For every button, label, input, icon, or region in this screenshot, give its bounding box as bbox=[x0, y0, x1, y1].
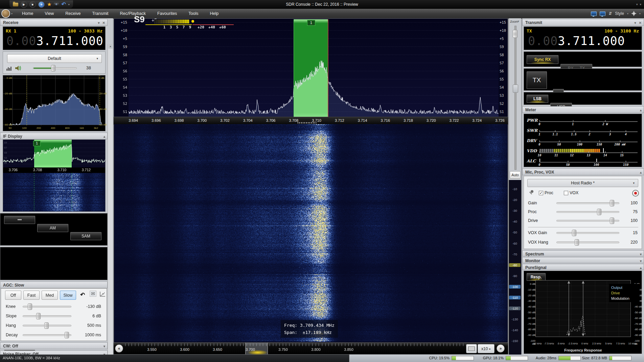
nav-label-3.800[interactable]: 3.800 bbox=[311, 347, 321, 352]
range-label--150[interactable]: -150 bbox=[509, 339, 521, 343]
titlebar-caret2-icon[interactable]: ▾ bbox=[640, 3, 641, 6]
record-button[interactable] bbox=[632, 190, 639, 197]
range-label--120[interactable]: -120 bbox=[509, 307, 521, 310]
agc-fast[interactable]: Fast bbox=[23, 291, 40, 300]
microphone-icon[interactable] bbox=[528, 190, 534, 197]
mic-gain-thumb[interactable] bbox=[610, 200, 614, 206]
spectrum-section-header[interactable]: Spectrum ▾ bbox=[522, 250, 644, 256]
zoom-slider-thumb[interactable] bbox=[513, 30, 518, 38]
gear-icon[interactable] bbox=[631, 11, 636, 16]
band-navigation-bar[interactable]: « 3.5503.6003.6503.7003.7503.8003.850 x1… bbox=[114, 342, 508, 354]
cw-header[interactable]: CW: Off ▾ bbox=[0, 342, 108, 349]
mic-proc-thumb[interactable] bbox=[597, 209, 601, 215]
toolbar-overflow-icon[interactable]: ▾ bbox=[68, 3, 70, 6]
agc-decay-slider[interactable] bbox=[23, 334, 71, 336]
mic-source-dropdown[interactable]: Host Radio * ▾ bbox=[527, 179, 638, 187]
monitor-icon[interactable] bbox=[591, 12, 597, 16]
main-spectrum-canvas[interactable] bbox=[129, 19, 499, 117]
tx-button[interactable]: TX bbox=[527, 71, 547, 89]
menu-favourites[interactable]: Favourites bbox=[152, 9, 183, 18]
menu-tools[interactable]: Tools bbox=[183, 9, 204, 18]
if-display-collapse-icon[interactable]: ▴ bbox=[104, 134, 105, 140]
spectrum-section-collapse-icon[interactable]: ▾ bbox=[640, 251, 642, 257]
nav-label-3.550[interactable]: 3.550 bbox=[147, 347, 157, 352]
monitor-section-header[interactable]: Monitor ▾ bbox=[522, 257, 644, 263]
range-label--30[interactable]: -30 bbox=[509, 209, 521, 212]
if-spectrum-canvas[interactable] bbox=[3, 140, 105, 167]
zoom-caret-icon[interactable]: ▾ bbox=[518, 20, 519, 23]
audio-spectrum-canvas[interactable] bbox=[3, 75, 105, 126]
equalizer-icon[interactable] bbox=[6, 66, 12, 71]
style-caret-icon[interactable]: ▾ bbox=[627, 12, 628, 15]
range-label--20[interactable]: -20 bbox=[509, 198, 521, 202]
tx-frequency-display[interactable]: TX 100 - 3100 Hz 0.003.711.000 bbox=[524, 26, 642, 50]
auto-range-button[interactable]: Auto bbox=[510, 171, 521, 179]
main-waterfall-canvas[interactable] bbox=[114, 124, 507, 342]
proc-checkbox[interactable]: ✓ Proc bbox=[539, 190, 553, 195]
receive-panel-scrollbar[interactable]: ▲ bbox=[108, 44, 113, 355]
receive-close-icon[interactable]: ✕ bbox=[102, 20, 105, 26]
step-x10-button[interactable]: x10 ▸ bbox=[478, 344, 495, 353]
app-menu-button[interactable]: ▾ bbox=[1, 9, 13, 18]
puresignal-collapse-icon[interactable]: ▴ bbox=[640, 265, 642, 271]
agc-knee-thumb[interactable] bbox=[28, 303, 32, 310]
cw-collapse-icon[interactable]: ▾ bbox=[104, 343, 105, 349]
agc-slow[interactable]: Slow bbox=[60, 291, 76, 300]
mic-vox-hang-slider[interactable] bbox=[556, 242, 619, 243]
stop-icon[interactable]: ■ bbox=[29, 1, 36, 8]
agc-hang-thumb[interactable] bbox=[44, 322, 49, 329]
nav-label-3.750[interactable]: 3.750 bbox=[278, 347, 288, 352]
menu-transmit[interactable]: Transmit bbox=[86, 9, 114, 18]
mic-vox-gain-slider[interactable] bbox=[556, 232, 619, 234]
titlebar-caret-icon[interactable]: ▾ bbox=[636, 3, 638, 6]
meter-header[interactable]: Meter ▴ bbox=[522, 106, 644, 113]
range-label--90[interactable]: -90 bbox=[509, 274, 521, 278]
scrollbar-up-icon[interactable]: ▲ bbox=[108, 44, 113, 49]
undo-icon[interactable]: ↶ bbox=[61, 2, 66, 7]
style-label[interactable]: Style bbox=[615, 11, 624, 16]
noise-blanker-header[interactable]: Noise Blanker: Off ▾ bbox=[0, 350, 108, 355]
agc-med[interactable]: Med bbox=[42, 291, 58, 300]
range-label--70[interactable]: -70 bbox=[509, 252, 521, 256]
agc-slope-thumb[interactable] bbox=[36, 313, 41, 319]
speaker-icon[interactable] bbox=[15, 65, 22, 71]
mode-sam[interactable]: SAM bbox=[70, 232, 101, 240]
menu-receive[interactable]: Receive bbox=[60, 9, 86, 18]
mic-proc-slider[interactable] bbox=[556, 211, 619, 213]
monitor2-icon[interactable] bbox=[600, 12, 605, 16]
open-folder-icon[interactable] bbox=[13, 3, 18, 6]
menu-view[interactable]: View bbox=[39, 9, 60, 18]
range-label--140[interactable]: -140 bbox=[509, 328, 521, 332]
meter-collapse-icon[interactable]: ▴ bbox=[640, 107, 642, 113]
add-icon[interactable]: + bbox=[38, 1, 45, 8]
range-label--130[interactable]: -130 bbox=[509, 317, 521, 321]
mic-drive-thumb[interactable] bbox=[610, 218, 614, 224]
volume-slider-thumb[interactable] bbox=[51, 65, 55, 71]
transmit-collapse-icon[interactable]: ▾ bbox=[635, 20, 636, 26]
transmit-close-icon[interactable]: ✕ bbox=[639, 20, 642, 26]
splitter-grip[interactable] bbox=[513, 85, 518, 93]
updown-arrows-icon[interactable]: ⇵ bbox=[608, 11, 612, 16]
range-label--40[interactable]: -40 bbox=[509, 220, 521, 223]
nb-collapse-icon[interactable]: ▾ bbox=[104, 352, 105, 355]
agc-undo-icon[interactable]: ↶ bbox=[80, 291, 85, 298]
vox-checkbox[interactable]: VOX bbox=[564, 190, 578, 195]
if-waterfall-canvas[interactable] bbox=[3, 173, 105, 211]
receive-collapse-icon[interactable]: ▾ bbox=[98, 20, 100, 26]
menu-home[interactable]: Home bbox=[16, 9, 39, 18]
mic-vox-hang-thumb[interactable] bbox=[575, 239, 579, 246]
puresignal-header[interactable]: PureSignal ▴ bbox=[522, 264, 644, 270]
camera-icon[interactable] bbox=[54, 3, 59, 6]
receive-header[interactable]: Receive ▾✕ bbox=[0, 19, 108, 26]
keypad-button[interactable] bbox=[466, 344, 477, 353]
transmit-header[interactable]: Transmit ▾✕ bbox=[522, 19, 644, 26]
menu-rec-playback[interactable]: Rec/Playback bbox=[114, 9, 152, 18]
menu-help[interactable]: Help bbox=[204, 9, 225, 18]
nav-label-3.650[interactable]: 3.650 bbox=[213, 347, 222, 352]
range-label--110[interactable]: -110 bbox=[509, 296, 521, 299]
range-label--60[interactable]: -60 bbox=[509, 242, 521, 245]
txmode-lsb[interactable]: LSB bbox=[527, 95, 548, 103]
band-scroll-right-button[interactable]: » bbox=[497, 344, 505, 353]
agc-decay-thumb[interactable] bbox=[65, 332, 69, 338]
mic-proc-vox-header[interactable]: Mic, Proc, VOX ▴ bbox=[522, 168, 644, 175]
